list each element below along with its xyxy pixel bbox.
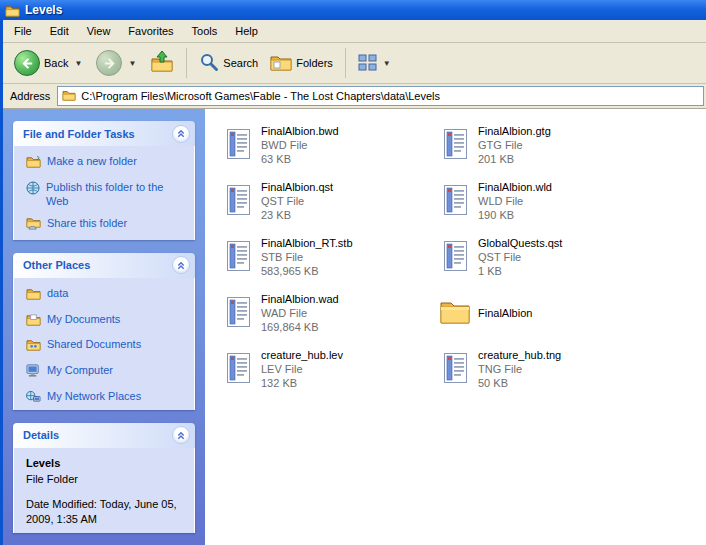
menu-edit[interactable]: Edit (41, 22, 78, 40)
file-name: FinalAlbion.wad (261, 293, 339, 306)
file-type: WAD File (261, 307, 339, 320)
file-name: creature_hub.lev (261, 349, 343, 362)
collapse-chevron-icon[interactable] (172, 256, 190, 274)
file-type: TNG File (478, 363, 561, 376)
toolbar-separator (186, 48, 187, 78)
back-button[interactable]: Back ▼ (9, 46, 89, 80)
panel-title: Other Places (23, 259, 90, 271)
file-size: 169,864 KB (261, 321, 339, 334)
folder-icon (26, 287, 41, 304)
views-dropdown-icon[interactable]: ▼ (381, 59, 393, 68)
up-button[interactable] (145, 46, 179, 80)
folders-label: Folders (296, 57, 333, 69)
file-item[interactable]: FinalAlbion_RT.stb STB File 583,965 KB (220, 229, 437, 285)
file-type: QST File (478, 251, 562, 264)
menu-view[interactable]: View (78, 22, 120, 40)
menu-help[interactable]: Help (226, 22, 267, 40)
collapse-chevron-icon[interactable] (172, 426, 190, 444)
back-arrow-icon (14, 50, 40, 76)
place-label: Shared Documents (47, 338, 141, 352)
place-my-documents[interactable]: My Documents (26, 313, 186, 330)
place-my-network-places[interactable]: My Network Places (26, 390, 186, 407)
file-list: FinalAlbion.bwd BWD File 63 KB (205, 109, 706, 545)
task-pane-sidebar: File and Folder Tasks (3, 109, 205, 545)
folders-button[interactable]: Folders (265, 48, 338, 78)
file-item[interactable]: FinalAlbion.wad WAD File 169,864 KB (220, 285, 437, 341)
address-folder-icon (62, 89, 76, 103)
file-name: FinalAlbion (478, 307, 532, 320)
file-item[interactable]: creature_hub.lev LEV File 132 KB (220, 341, 437, 397)
file-item[interactable]: FinalAlbion.gtg GTG File 201 KB (437, 117, 654, 173)
document-file-icon (439, 184, 471, 218)
window-folder-icon (5, 4, 20, 17)
place-label: My Network Places (47, 390, 141, 404)
address-bar: Address C:\Program Files\Microsoft Games… (3, 84, 706, 109)
file-name: FinalAlbion.gtg (478, 125, 551, 138)
new-folder-icon (26, 155, 41, 172)
collapse-chevron-icon[interactable] (172, 125, 190, 143)
back-label: Back (44, 57, 68, 69)
panel-header[interactable]: File and Folder Tasks (13, 121, 195, 146)
file-type: GTG File (478, 139, 551, 152)
file-item[interactable]: GlobalQuests.qst QST File 1 KB (437, 229, 654, 285)
views-button[interactable]: ▼ (353, 50, 398, 77)
address-input[interactable]: C:\Program Files\Microsoft Games\Fable -… (57, 86, 704, 106)
share-folder-icon (26, 217, 41, 234)
details-folder-name: Levels (26, 457, 186, 469)
panel-header[interactable]: Details (13, 423, 195, 448)
place-my-computer[interactable]: My Computer (26, 364, 186, 381)
document-file-icon (439, 240, 471, 274)
document-file-icon (439, 352, 471, 386)
document-file-icon (222, 352, 254, 386)
search-button[interactable]: Search (194, 48, 263, 78)
forward-arrow-icon (96, 50, 122, 76)
panel-file-folder-tasks: File and Folder Tasks (13, 121, 195, 240)
file-item[interactable]: FinalAlbion.qst QST File 23 KB (220, 173, 437, 229)
place-shared-documents[interactable]: Shared Documents (26, 338, 186, 355)
shared-documents-icon (26, 338, 41, 355)
task-label: Publish this folder to the Web (46, 181, 186, 209)
folders-icon (270, 52, 292, 74)
panel-title: Details (23, 429, 59, 441)
place-label: My Documents (47, 313, 120, 327)
panel-header[interactable]: Other Places (13, 253, 195, 278)
address-path: C:\Program Files\Microsoft Games\Fable -… (81, 90, 440, 102)
menu-file[interactable]: File (5, 22, 41, 40)
file-size: 583,965 KB (261, 265, 353, 278)
file-item[interactable]: FinalAlbion.wld WLD File 190 KB (437, 173, 654, 229)
document-file-icon (222, 184, 254, 218)
place-data[interactable]: data (26, 287, 186, 304)
details-folder-type: File Folder (26, 473, 186, 485)
file-type: BWD File (261, 139, 339, 152)
publish-web-globe-icon (26, 181, 40, 199)
search-label: Search (223, 57, 258, 69)
menu-favorites[interactable]: Favorites (119, 22, 182, 40)
document-file-icon (439, 128, 471, 162)
file-size: 50 KB (478, 377, 561, 390)
file-name: FinalAlbion_RT.stb (261, 237, 353, 250)
toolbar: Back ▼ ▼ (3, 43, 706, 84)
titlebar: Levels (0, 0, 706, 20)
place-label: My Computer (47, 364, 113, 378)
task-make-new-folder[interactable]: Make a new folder (26, 155, 186, 172)
document-file-icon (222, 296, 254, 330)
forward-dropdown-icon[interactable]: ▼ (126, 59, 138, 68)
file-item[interactable]: creature_hub.tng TNG File 50 KB (437, 341, 654, 397)
file-size: 23 KB (261, 209, 333, 222)
panel-details: Details Levels File Folder Date Modified… (13, 423, 195, 533)
back-dropdown-icon[interactable]: ▼ (72, 59, 84, 68)
window-title: Levels (25, 3, 62, 17)
menu-tools[interactable]: Tools (183, 22, 227, 40)
main-area: File and Folder Tasks (3, 109, 706, 545)
forward-button[interactable]: ▼ (91, 46, 143, 80)
task-publish-to-web[interactable]: Publish this folder to the Web (26, 181, 186, 209)
file-name: FinalAlbion.wld (478, 181, 552, 194)
file-item[interactable]: FinalAlbion.bwd BWD File 63 KB (220, 117, 437, 173)
task-share-this-folder[interactable]: Share this folder (26, 217, 186, 234)
file-type: LEV File (261, 363, 343, 376)
file-size: 1 KB (478, 265, 562, 278)
panel-other-places: Other Places (13, 253, 195, 410)
folder-item[interactable]: FinalAlbion (437, 285, 654, 341)
file-size: 132 KB (261, 377, 343, 390)
place-label: data (47, 287, 68, 301)
